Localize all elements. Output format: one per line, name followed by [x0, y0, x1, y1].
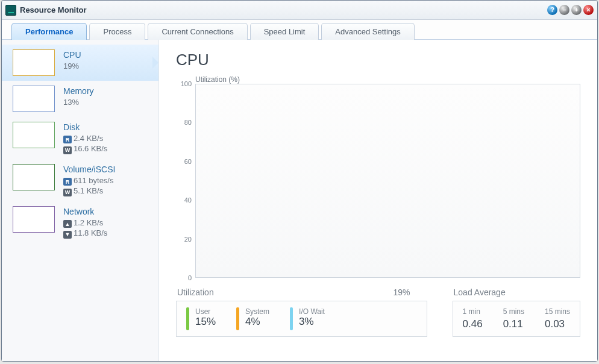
sidebar-item-label: Disk — [63, 122, 107, 133]
stats-row: Utilization 19% User 15% — [176, 287, 580, 337]
main-panel: CPU Utilization (%) 100 80 60 40 20 0 Ut… — [159, 40, 597, 361]
sidebar-item-label: CPU — [63, 49, 81, 61]
utilization-user: User 15% — [186, 307, 216, 330]
cpu-percent: 19% — [63, 61, 81, 72]
y-tick: 60 — [184, 158, 192, 165]
load-average-header: Load Average — [454, 287, 506, 297]
memory-thumbnail — [13, 86, 55, 112]
app-icon — [5, 5, 16, 16]
disk-read: 2.4 KB/s — [74, 134, 103, 143]
load-average-box: 1 min 0.46 5 mins 0.11 15 mins 0.03 — [453, 301, 580, 337]
disk-write: 16.6 KB/s — [74, 144, 107, 153]
load-5mins: 5 mins 0.11 — [503, 307, 524, 330]
volume-thumbnail — [13, 164, 55, 190]
sidebar-item-cpu[interactable]: CPU 19% — [2, 45, 158, 81]
resource-sidebar: CPU 19% Memory 13% Disk R2.4 KB/s W16.6 … — [2, 40, 159, 361]
utilization-system: System 4% — [236, 307, 269, 330]
y-tick: 80 — [184, 119, 192, 126]
resource-monitor-window: Resource Monitor ? – + × Performance Pro… — [1, 0, 598, 362]
upload-icon: ▲ — [63, 220, 72, 228]
user-bar-icon — [186, 307, 189, 330]
chart: 100 80 60 40 20 0 — [176, 84, 580, 278]
cpu-thumbnail — [13, 49, 55, 76]
page-title: CPU — [176, 51, 580, 69]
tab-bar: Performance Process Current Connections … — [2, 20, 597, 40]
network-thumbnail — [13, 206, 55, 233]
download-icon: ▼ — [63, 231, 72, 239]
network-down: 11.8 KB/s — [74, 228, 107, 237]
utilization-section: Utilization 19% User 15% — [176, 287, 427, 337]
load-1min: 1 min 0.46 — [463, 307, 483, 330]
load-average-section: Load Average 1 min 0.46 5 mins 0.11 15 m… — [453, 287, 580, 337]
sidebar-item-network[interactable]: Network ▲1.2 KB/s ▼11.8 KB/s — [2, 201, 158, 243]
volume-write: 5.1 KB/s — [74, 186, 103, 195]
tab-speed-limit[interactable]: Speed Limit — [250, 23, 319, 40]
close-button[interactable]: × — [583, 5, 594, 15]
write-icon: W — [63, 189, 72, 196]
sidebar-item-volume-iscsi[interactable]: Volume/iSCSI R611 bytes/s W5.1 KB/s — [2, 159, 158, 201]
utilization-box: User 15% System 4% — [176, 301, 427, 337]
utilization-iowait: I/O Wait 3% — [290, 307, 325, 330]
read-icon: R — [63, 136, 72, 143]
network-up: 1.2 KB/s — [74, 218, 103, 227]
chart-y-axis: 100 80 60 40 20 0 — [176, 84, 195, 278]
sidebar-item-memory[interactable]: Memory 13% — [2, 81, 158, 117]
sidebar-item-label: Network — [63, 206, 107, 218]
maximize-button[interactable]: + — [571, 5, 582, 15]
write-icon: W — [63, 146, 72, 154]
y-tick: 100 — [181, 80, 192, 87]
y-tick: 40 — [184, 196, 192, 204]
system-bar-icon — [236, 307, 239, 330]
sidebar-item-disk[interactable]: Disk R2.4 KB/s W16.6 KB/s — [2, 117, 158, 159]
y-tick: 20 — [184, 236, 192, 243]
memory-percent: 13% — [63, 97, 94, 108]
tab-current-connections[interactable]: Current Connections — [148, 23, 247, 40]
disk-thumbnail — [13, 122, 55, 148]
iowait-bar-icon — [290, 307, 293, 330]
body: CPU 19% Memory 13% Disk R2.4 KB/s W16.6 … — [2, 40, 597, 361]
tab-performance[interactable]: Performance — [11, 23, 87, 40]
load-15mins: 15 mins 0.03 — [545, 307, 570, 330]
sidebar-item-label: Volume/iSCSI — [63, 164, 115, 175]
read-icon: R — [63, 178, 72, 186]
chart-y-label: Utilization (%) — [195, 75, 580, 84]
window-title: Resource Monitor — [20, 5, 545, 14]
minimize-button[interactable]: – — [559, 5, 569, 15]
tab-process[interactable]: Process — [89, 23, 145, 40]
help-button[interactable]: ? — [547, 5, 557, 15]
titlebar: Resource Monitor ? – + × — [2, 1, 597, 20]
utilization-total: 19% — [394, 287, 427, 297]
y-tick: 0 — [188, 274, 192, 281]
utilization-header: Utilization — [177, 287, 214, 297]
tab-advanced-settings[interactable]: Advanced Settings — [321, 23, 414, 40]
chart-plot-area — [195, 84, 580, 278]
sidebar-item-label: Memory — [63, 86, 94, 97]
volume-read: 611 bytes/s — [74, 176, 114, 185]
